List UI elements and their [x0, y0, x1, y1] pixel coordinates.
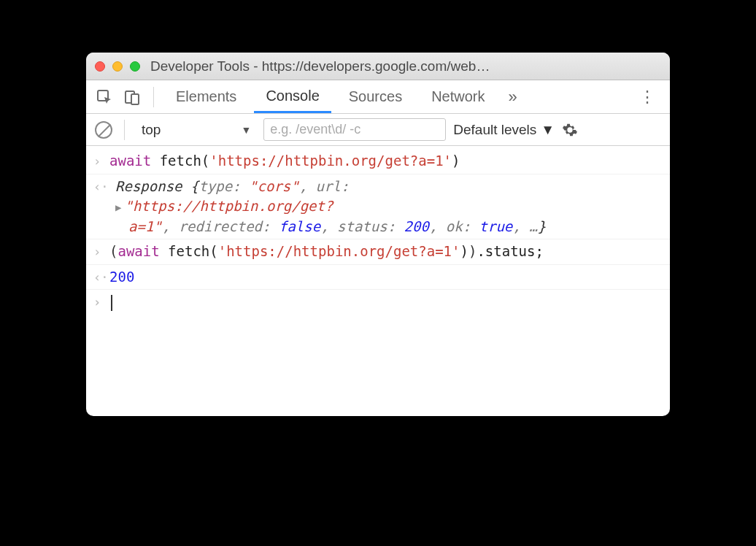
text-cursor: [111, 295, 112, 311]
console-filter-input[interactable]: [263, 118, 446, 141]
console-result[interactable]: 200: [109, 267, 661, 288]
log-levels-selector[interactable]: Default levels ▼: [453, 122, 555, 138]
traffic-lights: [95, 61, 140, 72]
code-string: 'https://httpbin.org/get?a=1': [209, 153, 452, 169]
levels-label: Default levels: [453, 122, 536, 138]
code-text: fetch(: [151, 153, 209, 169]
prompt-icon: ›: [93, 242, 109, 261]
devtools-tabbar: Elements Console Sources Network » ⋮: [86, 80, 670, 114]
console-result-row: ‹· Response {type: "cors", url: ▶"https:…: [86, 174, 670, 240]
prop-name: url:: [316, 178, 350, 194]
object-name: Response: [115, 178, 190, 194]
comma: ,: [320, 218, 337, 234]
console-prompt-row[interactable]: ›: [86, 290, 670, 315]
close-window-button[interactable]: [95, 61, 105, 72]
code-text: .status;: [477, 243, 544, 259]
prop-value: true: [479, 218, 513, 234]
tab-sources[interactable]: Sources: [337, 80, 414, 113]
paren: ): [468, 243, 477, 259]
devtools-window: Developer Tools - https://developers.goo…: [86, 53, 670, 416]
prop-value: false: [279, 218, 320, 234]
comma: ,: [162, 218, 179, 234]
expand-triangle-icon[interactable]: ▶: [115, 201, 124, 213]
device-toolbar-icon[interactable]: [121, 86, 143, 108]
console-result[interactable]: Response {type: "cors", url: ▶"https://h…: [109, 177, 661, 237]
console-input[interactable]: [109, 292, 661, 312]
dropdown-caret-icon: ▼: [241, 124, 251, 136]
window-titlebar[interactable]: Developer Tools - https://developers.goo…: [86, 53, 670, 80]
brace: {: [190, 178, 198, 194]
console-output[interactable]: › await fetch('https://httpbin.org/get?a…: [86, 146, 670, 416]
tab-network[interactable]: Network: [420, 80, 496, 113]
active-prompt-icon: ›: [93, 292, 109, 312]
prompt-icon: ›: [93, 151, 109, 171]
code-text: fetch(: [160, 243, 218, 259]
console-result-row: ‹· 200: [86, 265, 670, 291]
more-tabs-button[interactable]: »: [503, 88, 523, 107]
console-filterbar: top ▼ Default levels ▼: [86, 114, 670, 146]
context-selector[interactable]: top ▼: [136, 120, 256, 140]
console-input-row: › await fetch('https://httpbin.org/get?a…: [86, 149, 670, 174]
result-number: 200: [109, 269, 134, 285]
prop-value: 200: [404, 218, 429, 234]
prop-name: ok:: [446, 218, 479, 234]
prop-name: redirected:: [179, 218, 279, 234]
window-title: Developer Tools - https://developers.goo…: [150, 58, 490, 74]
dropdown-caret-icon: ▼: [541, 122, 555, 138]
minimize-window-button[interactable]: [112, 61, 123, 72]
maximize-window-button[interactable]: [130, 61, 140, 72]
tab-console[interactable]: Console: [254, 80, 331, 113]
code-keyword: await: [117, 243, 159, 259]
ellipsis: , …: [512, 218, 537, 234]
code-keyword: await: [109, 153, 151, 169]
paren: (: [109, 243, 117, 259]
divider: [124, 120, 125, 140]
svg-rect-2: [131, 94, 139, 104]
prop-name: status:: [337, 218, 404, 234]
console-entry[interactable]: (await fetch('https://httpbin.org/get?a=…: [109, 242, 661, 262]
prop-name: type:: [198, 178, 249, 194]
code-string: 'https://httpbin.org/get?a=1': [218, 243, 460, 259]
brace: }: [538, 218, 546, 234]
comma: ,: [299, 178, 316, 194]
comma: ,: [429, 218, 446, 234]
console-settings-icon[interactable]: [562, 122, 578, 138]
context-value: top: [142, 122, 161, 138]
divider: [153, 87, 154, 107]
settings-menu-button[interactable]: ⋮: [633, 88, 663, 107]
prop-value: "https://httpbin.org/get?: [124, 198, 333, 214]
return-icon: ‹·: [93, 177, 109, 196]
inspect-element-icon[interactable]: [93, 86, 115, 108]
prop-value: a=1": [128, 218, 162, 234]
code-text: ): [452, 153, 460, 169]
console-input-row: › (await fetch('https://httpbin.org/get?…: [86, 239, 670, 265]
clear-console-icon[interactable]: [95, 121, 112, 139]
code-text: ): [460, 243, 468, 259]
tab-elements[interactable]: Elements: [164, 80, 248, 113]
prop-value: "cors": [249, 178, 299, 194]
return-icon: ‹·: [93, 267, 109, 287]
console-entry[interactable]: await fetch('https://httpbin.org/get?a=1…: [109, 151, 661, 172]
